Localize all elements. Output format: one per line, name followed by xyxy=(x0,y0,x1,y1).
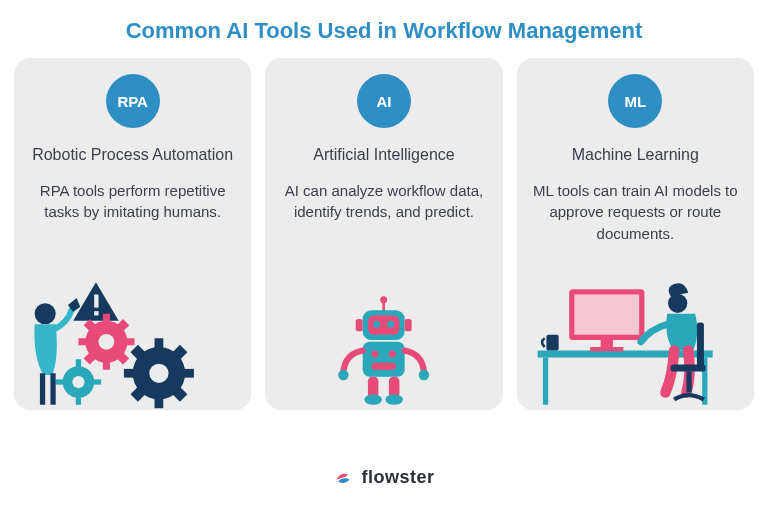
flowster-logo-icon xyxy=(333,468,353,488)
card-ai-title: Artificial Intelligence xyxy=(313,144,454,166)
svg-point-2 xyxy=(85,321,127,363)
svg-rect-59 xyxy=(670,365,705,372)
svg-point-40 xyxy=(372,351,379,358)
svg-rect-16 xyxy=(124,369,136,378)
svg-rect-38 xyxy=(405,319,412,331)
svg-rect-49 xyxy=(537,351,712,358)
cards-row: RPA Robotic Process Automation RPA tools… xyxy=(0,58,768,410)
card-ai-desc: AI can analyze workflow data, identify t… xyxy=(279,180,488,224)
rpa-illustration xyxy=(14,270,251,410)
badge-ai: AI xyxy=(357,74,411,128)
svg-point-48 xyxy=(386,394,404,405)
svg-point-3 xyxy=(99,334,115,350)
robot-icon xyxy=(338,296,429,405)
svg-rect-30 xyxy=(50,373,55,405)
card-ml-title: Machine Learning xyxy=(572,144,699,166)
card-rpa-title: Robotic Process Automation xyxy=(32,144,233,166)
svg-rect-15 xyxy=(155,396,164,408)
svg-rect-46 xyxy=(389,377,400,398)
svg-rect-14 xyxy=(155,338,164,350)
svg-point-57 xyxy=(668,294,687,313)
card-rpa-desc: RPA tools perform repetitive tasks by im… xyxy=(28,180,237,224)
svg-point-22 xyxy=(63,366,95,398)
svg-point-28 xyxy=(35,303,56,324)
svg-rect-54 xyxy=(600,340,612,349)
svg-rect-11 xyxy=(117,352,129,364)
svg-rect-55 xyxy=(590,347,623,351)
svg-rect-34 xyxy=(368,316,400,335)
svg-rect-56 xyxy=(546,335,558,351)
svg-rect-33 xyxy=(363,310,405,340)
svg-rect-4 xyxy=(103,314,110,325)
svg-rect-5 xyxy=(103,359,110,370)
svg-point-13 xyxy=(149,364,168,383)
svg-point-12 xyxy=(133,347,186,400)
worker-icon xyxy=(34,298,80,405)
svg-rect-42 xyxy=(372,363,397,370)
svg-point-47 xyxy=(365,394,383,405)
card-ai: AI Artificial Intelligence AI can analyz… xyxy=(265,58,502,410)
svg-rect-19 xyxy=(172,345,187,360)
svg-rect-51 xyxy=(702,358,707,405)
svg-rect-37 xyxy=(356,319,363,331)
svg-point-36 xyxy=(387,321,394,328)
warning-icon xyxy=(73,282,119,321)
svg-point-43 xyxy=(338,370,349,381)
card-ml-desc: ML tools can train AI models to approve … xyxy=(531,180,740,245)
svg-rect-58 xyxy=(697,323,704,369)
svg-rect-24 xyxy=(76,359,81,368)
svg-rect-0 xyxy=(94,295,98,308)
ai-illustration xyxy=(265,270,502,410)
svg-rect-7 xyxy=(124,338,135,345)
svg-point-35 xyxy=(373,321,380,328)
svg-rect-20 xyxy=(130,387,145,402)
badge-rpa: RPA xyxy=(106,74,160,128)
card-ml: ML Machine Learning ML tools can train A… xyxy=(517,58,754,410)
gears-icon xyxy=(56,314,194,409)
svg-rect-60 xyxy=(686,372,691,393)
svg-point-23 xyxy=(72,376,84,388)
svg-point-32 xyxy=(380,296,387,303)
page-title: Common AI Tools Used in Workflow Managem… xyxy=(0,0,768,58)
desk-computer-icon xyxy=(537,283,712,405)
svg-rect-27 xyxy=(92,379,101,384)
svg-rect-18 xyxy=(130,345,145,360)
card-rpa: RPA Robotic Process Automation RPA tools… xyxy=(14,58,251,410)
svg-point-41 xyxy=(389,351,396,358)
svg-rect-6 xyxy=(78,338,89,345)
svg-rect-17 xyxy=(182,369,194,378)
svg-rect-39 xyxy=(363,342,405,377)
svg-rect-9 xyxy=(117,319,129,331)
svg-rect-10 xyxy=(84,352,96,364)
svg-rect-1 xyxy=(94,311,98,315)
ml-illustration xyxy=(517,270,754,410)
svg-rect-45 xyxy=(368,377,379,398)
svg-rect-21 xyxy=(172,387,187,402)
svg-rect-53 xyxy=(574,295,639,335)
svg-rect-50 xyxy=(543,358,548,405)
footer: flowster xyxy=(0,467,768,488)
footer-brand: flowster xyxy=(361,467,434,488)
svg-rect-29 xyxy=(40,373,45,405)
svg-rect-26 xyxy=(56,379,65,384)
svg-point-44 xyxy=(419,370,430,381)
svg-rect-8 xyxy=(84,319,96,331)
svg-rect-25 xyxy=(76,396,81,405)
svg-rect-52 xyxy=(569,289,644,340)
badge-ml: ML xyxy=(608,74,662,128)
